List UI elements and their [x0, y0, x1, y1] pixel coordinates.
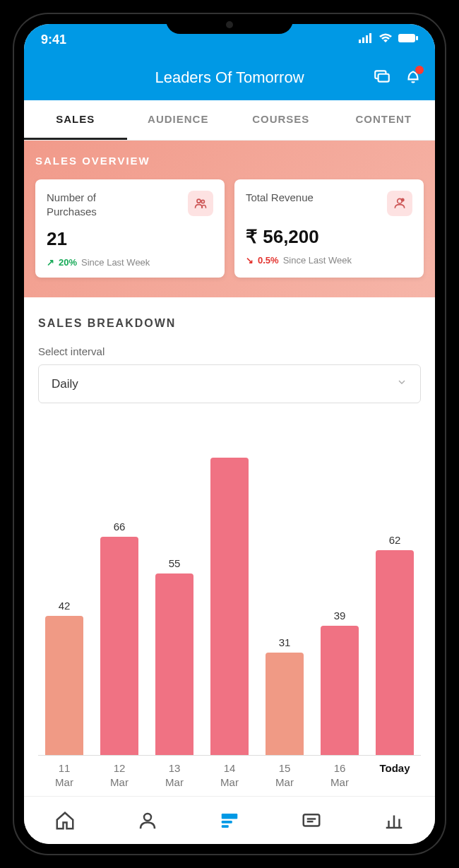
status-time: 9:41	[41, 32, 66, 47]
interval-select-value: Daily	[52, 377, 78, 391]
card-purchases[interactable]: Number of Purchases 21 ↗ 20% Since Last …	[35, 179, 225, 278]
card-purchases-value: 21	[47, 228, 213, 250]
nav-messages[interactable]	[270, 797, 352, 844]
phone-screen: 9:41 Leaders Of Tomorrow	[24, 24, 435, 844]
card-revenue-value: ₹ 56,200	[246, 226, 412, 248]
app-header: Leaders Of Tomorrow	[24, 55, 435, 100]
notification-badge	[415, 66, 424, 74]
chart-bar-rect	[266, 653, 304, 755]
chevron-down-icon	[396, 376, 407, 391]
bell-icon[interactable]	[404, 67, 422, 88]
chart-bar-label: 11Mar	[41, 761, 88, 789]
bottom-nav	[24, 796, 435, 844]
chart-bar[interactable]: 55	[151, 424, 198, 755]
nav-dashboard[interactable]	[189, 797, 270, 844]
chart-bar-rect	[155, 573, 193, 755]
chart-bar-label: Today	[371, 761, 418, 789]
chart-bar-value: 42	[59, 600, 71, 612]
card-purchases-label: Number of Purchases	[47, 191, 131, 218]
card-revenue-trend-since: Since Last Week	[283, 255, 352, 266]
phone-notch	[166, 14, 293, 34]
chart-bar[interactable]: 31	[261, 424, 308, 755]
chart-bar[interactable]	[206, 424, 253, 755]
chart-bar-label: 16Mar	[316, 761, 363, 789]
tab-content[interactable]: CONTENT	[333, 100, 436, 140]
svg-rect-2	[366, 35, 368, 43]
chart-bar-label: 14Mar	[206, 761, 253, 789]
sales-breakdown-title: SALES BREAKDOWN	[38, 317, 421, 330]
chart-bar[interactable]: 62	[371, 424, 418, 755]
chart-bar-label: 13Mar	[151, 761, 198, 789]
status-icons	[359, 33, 418, 46]
sales-overview-section: SALES OVERVIEW Number of Purchases 21 ↗ …	[24, 141, 435, 297]
card-revenue-trend-pct: 0.5%	[258, 255, 279, 266]
tab-bar: SALES AUDIENCE COURSES CONTENT	[24, 100, 435, 141]
svg-rect-3	[369, 33, 371, 43]
sales-overview-title: SALES OVERVIEW	[35, 155, 424, 167]
svg-rect-15	[222, 825, 229, 828]
nav-analytics[interactable]	[353, 797, 435, 844]
chart-bar-label: 12Mar	[96, 761, 143, 789]
tab-courses[interactable]: COURSES	[230, 100, 333, 140]
svg-rect-5	[416, 36, 418, 40]
card-purchases-trend-pct: 20%	[59, 257, 77, 268]
revenue-icon	[387, 191, 412, 216]
chart-bar-value: 55	[169, 557, 181, 569]
svg-rect-13	[222, 814, 238, 819]
svg-point-11	[402, 198, 404, 201]
nav-home[interactable]	[24, 797, 106, 844]
chart-bar-value: 39	[334, 610, 346, 622]
svg-rect-4	[398, 34, 415, 42]
card-purchases-trend-since: Since Last Week	[81, 257, 150, 268]
nav-profile[interactable]	[106, 797, 188, 844]
svg-rect-7	[378, 74, 389, 82]
sales-breakdown-section: SALES BREAKDOWN Select interval Daily 42…	[24, 297, 435, 796]
svg-rect-1	[362, 37, 364, 43]
users-icon	[188, 191, 213, 216]
interval-select[interactable]: Daily	[38, 364, 421, 403]
card-revenue-label: Total Revenue	[246, 191, 314, 205]
sales-chart: 426655313962 11Mar12Mar13Mar14Mar15Mar16…	[38, 424, 421, 789]
chart-bar[interactable]: 42	[41, 424, 88, 755]
wifi-icon	[378, 33, 393, 46]
chart-bar-label: 15Mar	[261, 761, 308, 789]
chart-bar-rect	[45, 616, 83, 755]
chart-bar-value: 31	[279, 636, 291, 648]
svg-rect-0	[359, 40, 361, 43]
page-title: Leaders Of Tomorrow	[155, 69, 304, 87]
phone-frame: 9:41 Leaders Of Tomorrow	[14, 14, 445, 854]
svg-rect-14	[222, 821, 232, 824]
chart-bar-rect	[376, 550, 414, 755]
svg-point-12	[144, 814, 151, 821]
battery-icon	[398, 33, 418, 46]
chart-bar-value: 62	[389, 534, 401, 546]
chart-bar-rect	[100, 537, 138, 755]
tab-sales[interactable]: SALES	[24, 100, 127, 140]
svg-point-9	[201, 200, 204, 203]
tab-audience[interactable]: AUDIENCE	[127, 100, 230, 140]
chart-bar[interactable]: 39	[316, 424, 363, 755]
signal-icon	[359, 33, 373, 46]
trend-down-icon: ↘	[246, 255, 254, 266]
chat-icon[interactable]	[373, 67, 391, 88]
card-revenue[interactable]: Total Revenue ₹ 56,200 ↘ 0.5% Since Last…	[234, 179, 424, 278]
chart-bar[interactable]: 66	[96, 424, 143, 755]
chart-bar-rect	[321, 626, 359, 755]
svg-rect-16	[304, 814, 320, 826]
svg-point-8	[197, 199, 201, 203]
chart-bar-rect	[210, 458, 249, 755]
chart-bar-value: 66	[114, 521, 126, 533]
trend-up-icon: ↗	[47, 257, 54, 268]
interval-select-label: Select interval	[38, 345, 421, 357]
